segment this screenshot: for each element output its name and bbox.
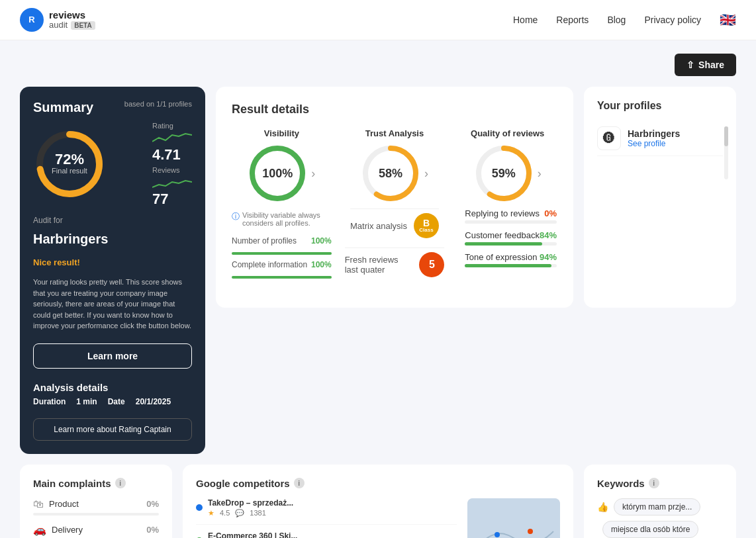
profiles-label: Number of profiles [232, 236, 297, 246]
feedback-metric: Customer feedback 84% [465, 230, 557, 246]
competitor-1: TakeDrop – sprzedaż... ★ 4.5 💬 1381 [196, 498, 457, 525]
fresh-badge: 5 [419, 252, 444, 277]
visibility-label: Visibility [264, 128, 299, 138]
tone-bar [465, 264, 557, 267]
nav-blog[interactable]: Blog [607, 15, 626, 25]
top-grid: Summary based on 1/1 profiles 72% Final … [20, 87, 736, 454]
feedback-row: Customer feedback 84% [465, 230, 557, 240]
comp-rating-val-1: 4.5 [220, 509, 230, 517]
keyword-tag-2[interactable]: miejsce dla osób które [602, 521, 698, 538]
keywords-info-icon[interactable]: i [649, 478, 659, 488]
summary-top: 72% Final result Rating 4.71 [33, 122, 192, 206]
quality-pct: 59% [492, 167, 516, 181]
competitors-info-icon[interactable]: i [294, 478, 305, 488]
comp-name-1: TakeDrop – sprzedaż... [208, 498, 457, 508]
trust-nav[interactable]: › [424, 167, 428, 181]
see-profile-link[interactable]: See profile [628, 139, 680, 148]
nav-reports[interactable]: Reports [556, 15, 589, 25]
quality-nav[interactable]: › [538, 167, 542, 181]
result-metrics: Visibility 100% › ⓘ Visibil [232, 128, 557, 281]
product-complaint: 🛍 Product 0% [33, 498, 159, 516]
nav-home[interactable]: Home [513, 15, 538, 25]
comp-reviews-icon-1: 💬 [235, 509, 244, 517]
audit-for-label: Audit for [33, 216, 192, 225]
reviews-stat: Reviews 77 [152, 166, 192, 206]
summary-title: Summary [33, 100, 93, 115]
result-details-title: Result details [232, 103, 557, 116]
delivery-label: Delivery [52, 525, 141, 535]
result-details-card: Result details Visibility 100% › [216, 87, 573, 308]
nice-result: Nice result! [33, 257, 192, 267]
complaints-info-icon[interactable]: i [115, 478, 126, 488]
profile-item: 🅖 Harbringers See profile [597, 121, 723, 156]
logo-text: reviews audit BETA [49, 10, 95, 30]
share-icon: ⇧ [686, 60, 694, 70]
final-label: Final result [52, 167, 87, 175]
profiles-title: Your profiles [597, 100, 723, 112]
product-icon: 🛍 [33, 498, 44, 510]
profiles-row: Number of profiles 100% [232, 236, 332, 246]
rating-stat: Rating 4.71 [152, 122, 192, 162]
matrix-class: B [419, 218, 433, 228]
keywords-title: Keywords i [597, 478, 723, 489]
reviews-label: Reviews [152, 166, 192, 174]
complaints-title: Main complaints i [33, 478, 159, 489]
summary-based-on: based on 1/1 profiles [124, 100, 192, 108]
analysis-row: Duration 1 min Date 20/1/2025 [33, 397, 192, 406]
visibility-pct: 100% [262, 167, 293, 181]
visibility-nav[interactable]: › [311, 167, 315, 181]
fresh-label: Fresh reviews last quater [345, 255, 413, 275]
complete-progress [232, 276, 332, 279]
profile-name: Harbringers [628, 128, 680, 139]
map-visual: Reviews [467, 498, 560, 539]
keyword-1: 👍 którym mam przje... [597, 498, 723, 516]
learn-more-button[interactable]: Learn more [33, 343, 192, 369]
duration-value: 1 min [76, 397, 97, 406]
info-icon-small: ⓘ [232, 211, 240, 222]
trust-label: Trust Analysis [365, 128, 424, 138]
tone-metric: Tone of expression 94% [465, 252, 557, 267]
svg-point-13 [528, 529, 533, 534]
reviews-chart [152, 174, 192, 190]
beta-badge: BETA [71, 21, 95, 30]
language-flag[interactable]: 🇬🇧 [720, 12, 736, 28]
main-content: ⇧ Share Summary based on 1/1 profiles 72… [0, 40, 756, 538]
reviews-value: 77 [152, 192, 192, 206]
quality-chart: 59% [474, 144, 534, 203]
comp-info-1: TakeDrop – sprzedaż... ★ 4.5 💬 1381 [208, 498, 457, 517]
date-label: Date [108, 397, 125, 406]
product-row: 🛍 Product 0% [33, 498, 159, 510]
matrix-row: Matrix analysis B Class [350, 208, 439, 242]
svg-point-11 [495, 532, 500, 537]
nav-links: Home Reports Blog Privacy policy 🇬🇧 [513, 12, 736, 28]
fresh-value: 5 [429, 259, 435, 271]
keywords-label: Keywords [597, 478, 645, 489]
logo-icon: R [20, 8, 44, 32]
trust-metric: Trust Analysis 58% › Matrix analysis [345, 128, 445, 281]
trust-chart: 58% [361, 144, 420, 203]
keyword-2: miejsce dla osób które [597, 521, 723, 538]
competitors-content: TakeDrop – sprzedaż... ★ 4.5 💬 1381 [196, 498, 560, 539]
product-pct: 0% [146, 499, 159, 509]
complete-pct: 100% [311, 260, 332, 269]
comp-info-2: E-Commerce 360 | Ski... ★ 4.8 💬 427 [208, 531, 457, 539]
visibility-sub: Number of profiles 100% Complete informa… [232, 236, 332, 279]
replying-bar [465, 220, 557, 224]
profiles-card: Your profiles 🅖 Harbringers See profile [584, 87, 736, 308]
logo-title: reviews [49, 10, 95, 21]
complaints-label: Main complaints [33, 478, 111, 489]
keyword-tag-1[interactable]: którym mam przje... [614, 498, 700, 516]
complete-info-row: Complete information 100% [232, 260, 332, 269]
comp-rating-1: ★ [208, 509, 214, 517]
matrix-class-label: Class [419, 228, 433, 233]
logo-sub: audit BETA [49, 21, 95, 30]
feedback-label: Customer feedback [465, 230, 540, 240]
fresh-row: Fresh reviews last quater 5 [345, 247, 445, 281]
share-button[interactable]: ⇧ Share [675, 54, 736, 76]
tone-row: Tone of expression 94% [465, 252, 557, 262]
nav-privacy[interactable]: Privacy policy [644, 15, 701, 25]
learn-rc-button[interactable]: Learn more about Rating Captain [33, 418, 192, 441]
summary-card: Summary based on 1/1 profiles 72% Final … [20, 87, 205, 454]
matrix-class-badge: B Class [414, 213, 439, 238]
replying-row: Replying to reviews 0% [465, 208, 557, 218]
